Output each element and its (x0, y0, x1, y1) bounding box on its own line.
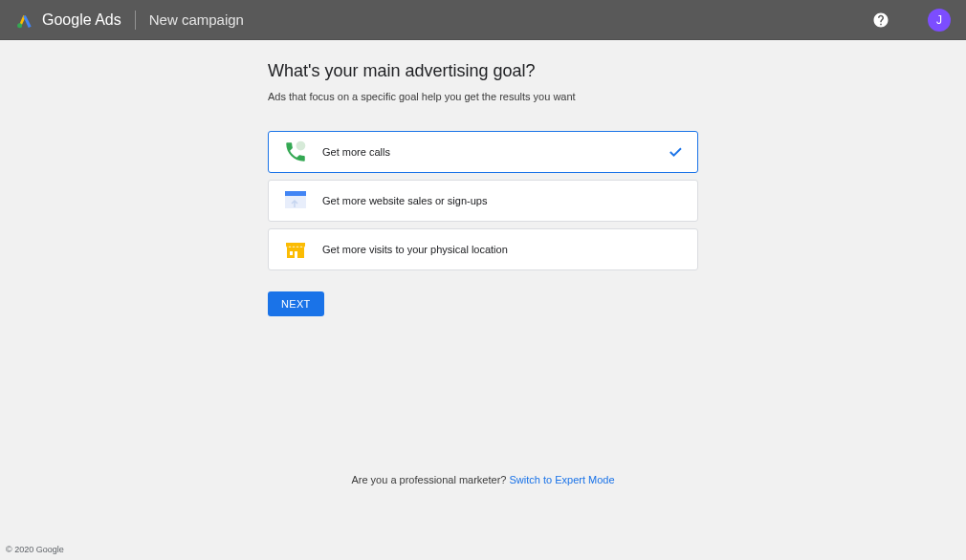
google-ads-logo-icon (15, 11, 34, 30)
main-subheading: Ads that focus on a specific goal help y… (268, 91, 698, 102)
help-icon[interactable] (872, 11, 889, 29)
header-divider (135, 11, 136, 30)
svg-point-0 (17, 23, 22, 28)
user-avatar[interactable]: J (928, 9, 951, 32)
goal-option-calls[interactable]: Get more calls (268, 131, 698, 173)
main-content: What's your main advertising goal? Ads t… (0, 40, 966, 316)
goal-option-label: Get more website sales or sign-ups (322, 195, 487, 206)
browser-icon (282, 187, 309, 214)
expert-mode-prompt: Are you a professional marketer? Switch … (0, 474, 966, 485)
svg-rect-5 (290, 251, 293, 255)
goal-option-website[interactable]: Get more website sales or sign-ups (268, 180, 698, 222)
expert-mode-link[interactable]: Switch to Expert Mode (510, 474, 615, 485)
svg-rect-6 (295, 251, 297, 258)
expert-mode-text: Are you a professional marketer? (351, 474, 509, 485)
logo-group: Google Ads (15, 11, 121, 30)
goal-option-store[interactable]: Get more visits to your physical locatio… (268, 228, 698, 270)
svg-point-1 (296, 141, 306, 151)
copyright: © 2020 Google (6, 545, 64, 554)
main-heading: What's your main advertising goal? (268, 61, 698, 81)
svg-rect-2 (285, 191, 306, 196)
goal-option-label: Get more visits to your physical locatio… (322, 244, 508, 255)
page-title: New campaign (149, 11, 244, 28)
check-icon (667, 143, 684, 161)
app-header: Google Ads New campaign J (0, 0, 966, 40)
product-name: Google Ads (42, 11, 121, 29)
goal-options: Get more calls Get more website sales or… (268, 131, 698, 270)
phone-icon (282, 139, 309, 165)
goal-option-label: Get more calls (322, 146, 390, 158)
store-icon (282, 236, 309, 263)
next-button[interactable]: NEXT (268, 291, 324, 316)
